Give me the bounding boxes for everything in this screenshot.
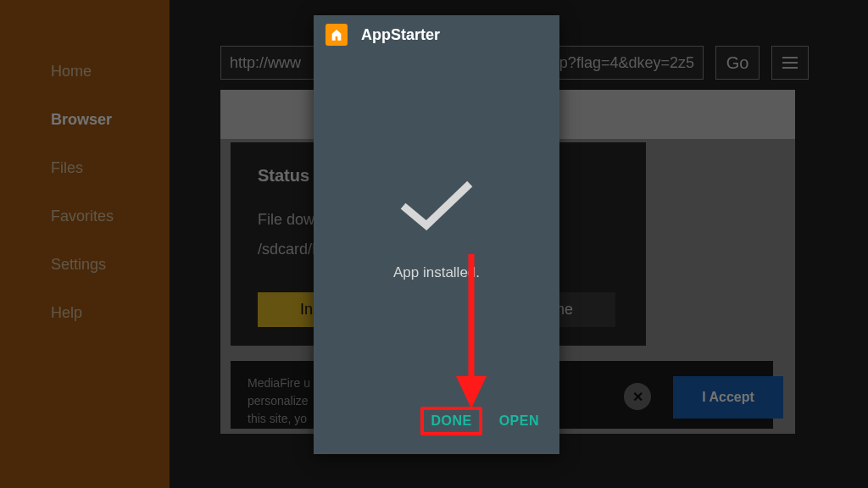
app-icon [326, 24, 348, 46]
done-button[interactable]: DONE [431, 413, 471, 428]
modal-title: AppStarter [361, 26, 440, 44]
install-message: App installed. [393, 264, 480, 281]
done-highlight-box: DONE [420, 407, 481, 435]
open-button[interactable]: OPEN [499, 413, 539, 429]
install-result-modal: AppStarter App installed. DONE OPEN [314, 15, 559, 454]
checkmark-icon [396, 176, 477, 236]
